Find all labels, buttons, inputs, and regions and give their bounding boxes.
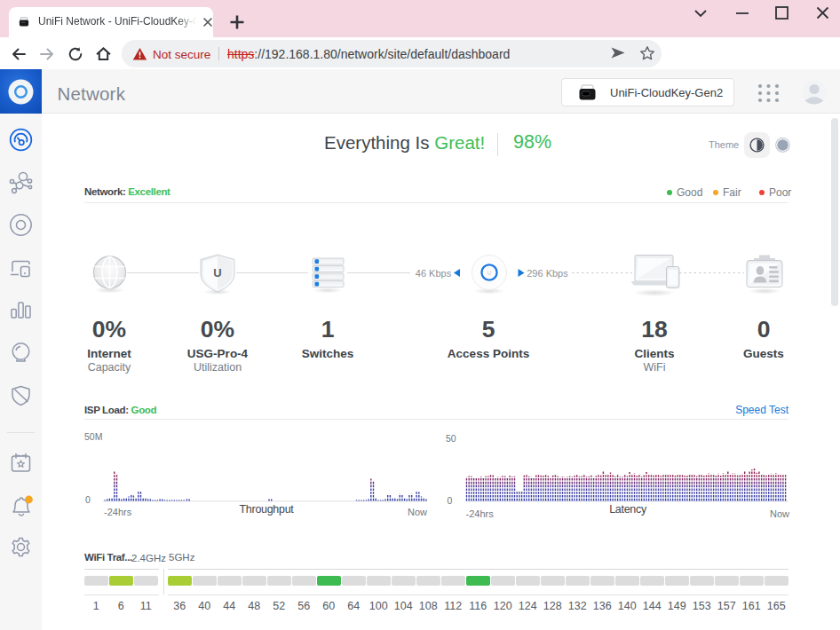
svg-text:46 Kbps: 46 Kbps [416, 268, 452, 279]
svg-text:U: U [487, 270, 492, 276]
svg-text:U: U [213, 266, 221, 280]
svg-text:296 Kbps: 296 Kbps [527, 268, 568, 279]
